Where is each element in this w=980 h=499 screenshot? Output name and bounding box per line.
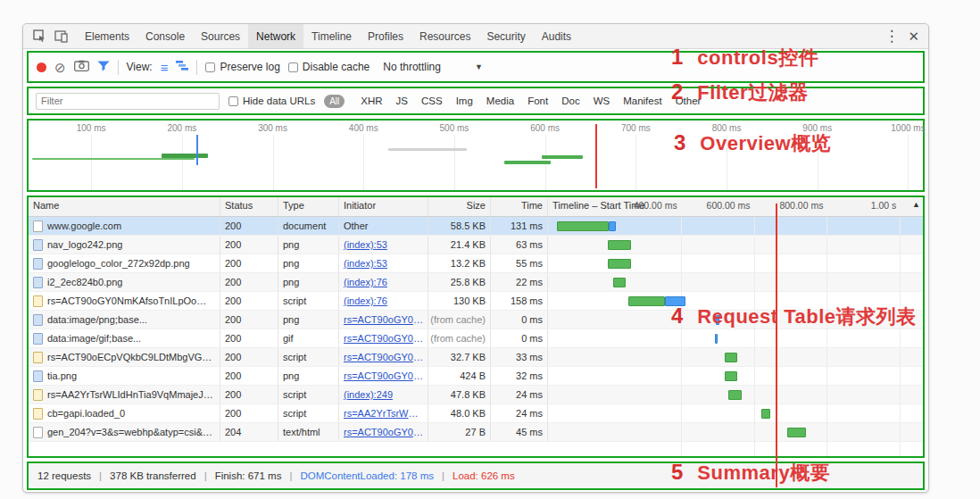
tab-profiles[interactable]: Profiles	[360, 24, 411, 48]
col-header-timeline[interactable]: Timeline – Start Time 400.00 ms600.00 ms…	[548, 197, 923, 216]
filter-type-js[interactable]: JS	[396, 96, 408, 106]
status-cell: 200	[220, 386, 278, 403]
request-name-cell: rs=AA2YrTsrWLIdHnTia9VqMmajeJ95...	[29, 386, 220, 403]
initiator-cell: rs=ACT90oGY0Nm...	[339, 329, 428, 347]
request-name-cell: cb=gapi.loaded_0	[29, 404, 220, 422]
table-row[interactable]: www.google.com200documentOther58.5 KB131…	[29, 217, 923, 236]
more-options-icon[interactable]: ⋮	[884, 29, 899, 44]
overview-gridline	[908, 135, 909, 190]
tab-audits[interactable]: Audits	[534, 24, 579, 48]
initiator-link[interactable]: (index):53	[344, 239, 387, 250]
table-row[interactable]: cb=gapi.loaded_0200scriptrs=AA2YrTsrWLId…	[29, 404, 923, 423]
image-file-icon	[33, 277, 43, 288]
disable-cache-checkbox[interactable]	[288, 62, 298, 72]
filter-all-badge[interactable]: All	[324, 95, 345, 108]
disable-cache-toggle[interactable]: Disable cache	[288, 61, 370, 73]
annotation-number: 1	[671, 45, 683, 70]
table-row[interactable]: data:image/gif;base...200gifrs=ACT90oGY0…	[29, 329, 923, 348]
initiator-link[interactable]: rs=ACT90oGY0Nm...	[344, 333, 423, 344]
filter-toggle-icon[interactable]	[97, 61, 110, 74]
col-header-size[interactable]: Size	[428, 197, 491, 216]
size-cell: 27 B	[428, 423, 491, 441]
summary-item: 12 requests	[37, 470, 91, 481]
type-cell: text/html	[278, 423, 339, 441]
filter-input[interactable]	[36, 93, 220, 110]
initiator-link[interactable]: rs=AA2YrTsrWLIdH...	[344, 408, 423, 419]
annotation-label: Overview概览	[700, 130, 831, 157]
filter-type-manifest[interactable]: Manifest	[623, 96, 661, 106]
initiator-link[interactable]: rs=ACT90oGY0N...	[344, 427, 423, 437]
col-header-initiator[interactable]: Initiator	[339, 197, 428, 216]
tab-resources[interactable]: Resources	[411, 24, 478, 48]
inspect-element-icon[interactable]	[29, 28, 50, 46]
col-header-status[interactable]: Status	[220, 197, 278, 216]
initiator-link[interactable]: rs=ACT90oGY0Nm...	[344, 352, 423, 362]
sort-ascending-icon: ▲	[912, 200, 920, 209]
initiator-link[interactable]: (index):249	[344, 389, 393, 400]
view-waterfall-icon[interactable]	[176, 61, 188, 73]
tab-console[interactable]: Console	[137, 24, 193, 48]
table-row[interactable]: tia.png200pngrs=ACT90oGY0Nm...424 B32 ms	[29, 367, 923, 386]
request-name-cell: tia.png	[29, 367, 220, 385]
table-row[interactable]: i2_2ec824b0.png200png(index):7625.8 KB22…	[29, 273, 923, 292]
filter-type-media[interactable]: Media	[486, 96, 514, 106]
close-icon[interactable]: ✕	[908, 29, 919, 43]
filter-type-ws[interactable]: WS	[594, 96, 610, 106]
tab-security[interactable]: Security	[478, 24, 533, 48]
image-file-icon	[33, 314, 43, 326]
summary-item: Finish: 671 ms	[215, 470, 282, 481]
clear-button[interactable]: ⊘	[54, 61, 66, 74]
timeline-tick-label: 400.00 ms	[634, 200, 681, 211]
record-button[interactable]	[37, 62, 46, 72]
script-file-icon	[33, 389, 43, 401]
overview-activity-bar	[32, 158, 195, 160]
hide-data-urls-toggle[interactable]: Hide data URLs	[228, 96, 315, 106]
status-cell: 200	[220, 236, 278, 254]
tab-timeline[interactable]: Timeline	[303, 24, 360, 48]
image-file-icon	[33, 370, 43, 382]
filter-type-doc[interactable]: Doc	[561, 96, 579, 106]
initiator-link[interactable]: (index):53	[344, 258, 387, 269]
annotation-number: 5	[671, 460, 683, 485]
overview-gridline	[454, 135, 455, 190]
initiator-link[interactable]: (index):76	[344, 295, 387, 306]
tab-elements[interactable]: Elements	[77, 24, 137, 48]
throttling-select[interactable]: No throttling ▼	[378, 59, 488, 75]
col-header-type[interactable]: Type	[278, 197, 339, 216]
summary-item: 378 KB transferred	[110, 470, 196, 481]
col-header-name[interactable]: Name	[29, 197, 220, 216]
filter-type-css[interactable]: CSS	[421, 96, 443, 106]
preserve-log-toggle[interactable]: Preserve log	[205, 61, 279, 73]
initiator-link[interactable]: rs=ACT90oGY0Nm...	[344, 314, 423, 325]
table-row[interactable]: rs=AA2YrTsrWLIdHnTia9VqMmajeJ95...200scr…	[29, 386, 923, 404]
divider	[118, 60, 119, 75]
view-label: View:	[127, 61, 153, 73]
filter-type-xhr[interactable]: XHR	[361, 96, 382, 106]
overview-activity-bar	[504, 161, 551, 164]
summary-item: DOMContentLoaded: 178 ms	[300, 470, 434, 481]
table-row[interactable]: rs=ACT90oECpVQkbC9LDtMbgVGuN...200script…	[29, 348, 923, 367]
col-header-time[interactable]: Time	[491, 197, 548, 216]
initiator-link[interactable]: rs=ACT90oGY0Nm...	[344, 370, 423, 381]
table-row[interactable]: nav_logo242.png200png(index):5321.4 KB63…	[29, 236, 923, 254]
initiator-cell: (index):53	[339, 254, 428, 272]
overview-activity-bar	[162, 154, 208, 158]
tab-network[interactable]: Network	[248, 24, 303, 48]
initiator-link[interactable]: (index):76	[344, 277, 387, 287]
status-cell: 204	[220, 423, 278, 441]
filter-type-img[interactable]: Img	[456, 96, 473, 106]
filter-type-font[interactable]: Font	[527, 96, 548, 106]
initiator-cell: (index):76	[339, 273, 428, 291]
hide-data-urls-checkbox[interactable]	[228, 96, 238, 106]
tab-sources[interactable]: Sources	[193, 24, 248, 48]
script-file-icon	[33, 295, 43, 307]
table-row[interactable]: gen_204?v=3&s=webhp&atyp=csi&e...204text…	[29, 423, 923, 442]
initiator-cell: rs=ACT90oGY0Nm...	[339, 367, 428, 385]
table-row[interactable]: googlelogo_color_272x92dp.png200png(inde…	[29, 254, 923, 273]
device-toolbar-icon[interactable]	[50, 28, 71, 46]
waterfall-cell	[548, 329, 923, 347]
waterfall-cell	[548, 217, 923, 235]
screenshot-capture-icon[interactable]	[74, 60, 89, 74]
view-list-icon[interactable]: ≡	[161, 61, 169, 74]
preserve-log-checkbox[interactable]	[205, 62, 215, 72]
